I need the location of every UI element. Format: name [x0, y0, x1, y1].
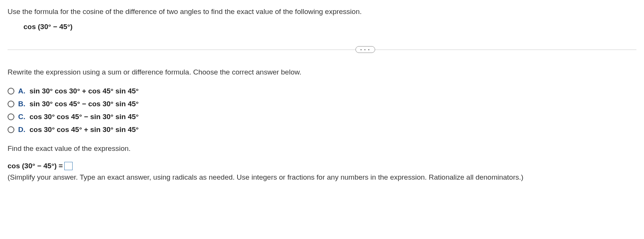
- answer-expr-body: (30° − 45°) =: [22, 162, 63, 170]
- radio-icon[interactable]: [8, 101, 14, 107]
- divider: • • •: [8, 46, 636, 53]
- main-expression: cos (30° − 45°): [23, 23, 636, 31]
- divider-line-right: [375, 50, 636, 50]
- question-prompt: Use the formula for the cosine of the di…: [8, 8, 636, 16]
- option-c[interactable]: C. cos 30° cos 45° − sin 30° sin 45°: [8, 113, 636, 121]
- option-text: cos 30° cos 45° − sin 30° sin 45°: [29, 113, 139, 121]
- answer-expr-prefix: cos: [8, 162, 22, 170]
- answer-row: cos (30° − 45°) =: [8, 162, 636, 170]
- hint-text: (Simplify your answer. Type an exact ans…: [8, 173, 636, 182]
- option-letter: A.: [18, 87, 26, 95]
- option-a[interactable]: A. sin 30° cos 30° + cos 45° sin 45°: [8, 87, 636, 95]
- main-expr-body: (30° − 45°): [38, 23, 73, 31]
- option-text: sin 30° cos 45° − cos 30° sin 45°: [29, 100, 139, 108]
- option-letter: C.: [18, 113, 26, 121]
- answer-expression: cos (30° − 45°) =: [8, 162, 63, 170]
- sub-prompt: Rewrite the expression using a sum or di…: [8, 68, 636, 76]
- ellipsis-button[interactable]: • • •: [355, 46, 375, 53]
- radio-icon[interactable]: [8, 113, 14, 120]
- divider-line-left: [8, 50, 355, 50]
- options-group: A. sin 30° cos 30° + cos 45° sin 45° B. …: [8, 87, 636, 134]
- option-text: cos 30° cos 45° + sin 30° sin 45°: [29, 126, 139, 134]
- radio-icon[interactable]: [8, 126, 14, 133]
- option-text: sin 30° cos 30° + cos 45° sin 45°: [29, 87, 139, 95]
- option-letter: D.: [18, 126, 26, 134]
- answer-input[interactable]: [64, 162, 73, 170]
- main-expr-prefix: cos: [23, 23, 38, 31]
- find-prompt: Find the exact value of the expression.: [8, 144, 636, 153]
- option-d[interactable]: D. cos 30° cos 45° + sin 30° sin 45°: [8, 126, 636, 134]
- radio-icon[interactable]: [8, 88, 14, 95]
- option-b[interactable]: B. sin 30° cos 45° − cos 30° sin 45°: [8, 100, 636, 108]
- option-letter: B.: [18, 100, 26, 108]
